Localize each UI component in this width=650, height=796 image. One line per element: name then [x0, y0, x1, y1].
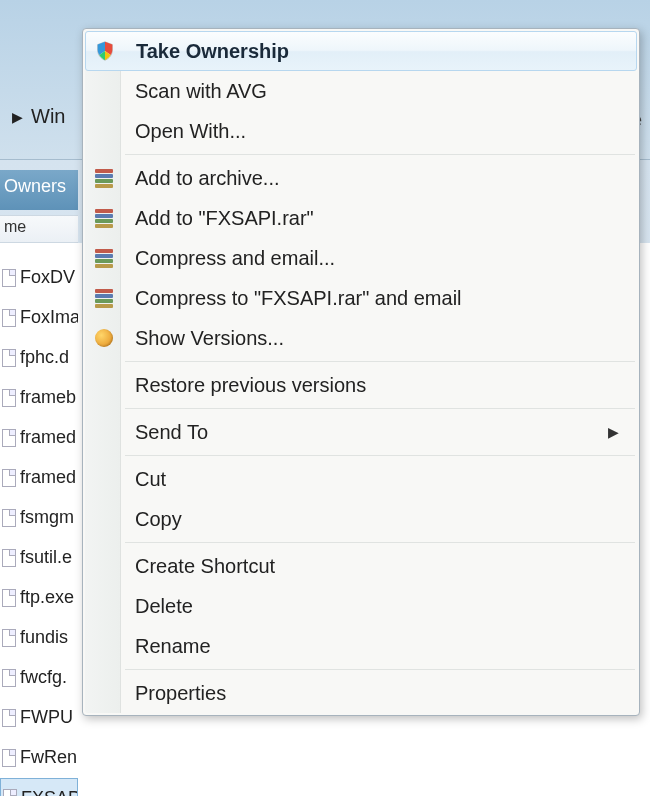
file-icon: [2, 469, 16, 487]
menu-item-label: Send To: [135, 421, 608, 444]
file-item[interactable]: fundis: [0, 618, 78, 658]
shield-icon: [94, 40, 116, 62]
file-name: fwcfg.: [20, 667, 67, 688]
menu-separator: [125, 361, 635, 362]
file-icon: [2, 709, 16, 727]
menu-item-restore-previous-versions[interactable]: Restore previous versions: [85, 365, 637, 405]
file-name: FoxDV: [20, 267, 75, 288]
menu-item-copy[interactable]: Copy: [85, 499, 637, 539]
file-icon: [2, 629, 16, 647]
menu-item-open-with[interactable]: Open With...: [85, 111, 637, 151]
menu-item-label: Open With...: [135, 120, 619, 143]
menu-item-rename[interactable]: Rename: [85, 626, 637, 666]
archive-icon: [93, 287, 115, 309]
file-icon: [2, 309, 16, 327]
file-item[interactable]: FoxDV: [0, 258, 78, 298]
file-name: FWPU: [20, 707, 73, 728]
versions-icon: [93, 327, 115, 349]
menu-item-label: Properties: [135, 682, 619, 705]
menu-separator: [125, 455, 635, 456]
submenu-arrow-icon: ▶: [608, 424, 619, 440]
file-name: fundis: [20, 627, 68, 648]
menu-item-label: Add to "FXSAPI.rar": [135, 207, 619, 230]
breadcrumb[interactable]: ▶ Win: [12, 105, 65, 128]
menu-item-compress-and-email[interactable]: Compress and email...: [85, 238, 637, 278]
menu-separator: [125, 542, 635, 543]
file-icon: [2, 669, 16, 687]
file-item[interactable]: fphc.d: [0, 338, 78, 378]
breadcrumb-arrow-icon: ▶: [12, 109, 23, 125]
menu-item-properties[interactable]: Properties: [85, 673, 637, 713]
file-icon: [3, 789, 17, 796]
file-item[interactable]: FwRen: [0, 738, 78, 778]
context-menu: Take OwnershipScan with AVGOpen With...A…: [82, 28, 640, 716]
menu-item-label: Add to archive...: [135, 167, 619, 190]
file-icon: [2, 389, 16, 407]
file-item[interactable]: frameb: [0, 378, 78, 418]
file-item[interactable]: framed: [0, 418, 78, 458]
file-item[interactable]: FWPU: [0, 698, 78, 738]
file-name: fsmgm: [20, 507, 74, 528]
file-item[interactable]: ftp.exe: [0, 578, 78, 618]
file-name: fphc.d: [20, 347, 69, 368]
menu-item-show-versions[interactable]: Show Versions...: [85, 318, 637, 358]
menu-item-label: Compress and email...: [135, 247, 619, 270]
file-item[interactable]: fsmgm: [0, 498, 78, 538]
file-icon: [2, 589, 16, 607]
menu-item-label: Scan with AVG: [135, 80, 619, 103]
file-name: FwRen: [20, 747, 77, 768]
menu-item-add-to-fxsapi-rar[interactable]: Add to "FXSAPI.rar": [85, 198, 637, 238]
menu-item-delete[interactable]: Delete: [85, 586, 637, 626]
menu-item-take-ownership[interactable]: Take Ownership: [85, 31, 637, 71]
breadcrumb-label: Win: [31, 105, 65, 128]
menu-item-label: Restore previous versions: [135, 374, 619, 397]
file-name: FoxIma: [20, 307, 78, 328]
menu-separator: [125, 669, 635, 670]
menu-item-compress-to-fxsapi-rar-and-email[interactable]: Compress to "FXSAPI.rar" and email: [85, 278, 637, 318]
archive-icon: [93, 207, 115, 229]
menu-item-cut[interactable]: Cut: [85, 459, 637, 499]
menu-item-send-to[interactable]: Send To▶: [85, 412, 637, 452]
file-name: frameb: [20, 387, 76, 408]
file-icon: [2, 429, 16, 447]
menu-item-add-to-archive[interactable]: Add to archive...: [85, 158, 637, 198]
menu-item-label: Copy: [135, 508, 619, 531]
column-header-name[interactable]: me: [0, 215, 78, 243]
file-list: FoxDVFoxImafphc.dframebframedframedfsmgm…: [0, 258, 78, 796]
file-name: FXSAPI: [21, 788, 78, 797]
file-item[interactable]: fsutil.e: [0, 538, 78, 578]
file-name: framed: [20, 467, 76, 488]
menu-separator: [125, 408, 635, 409]
archive-icon: [93, 167, 115, 189]
file-item[interactable]: FoxIma: [0, 298, 78, 338]
menu-item-label: Cut: [135, 468, 619, 491]
file-icon: [2, 549, 16, 567]
menu-separator: [125, 154, 635, 155]
file-icon: [2, 349, 16, 367]
menu-item-label: Create Shortcut: [135, 555, 619, 578]
file-item[interactable]: framed: [0, 458, 78, 498]
menu-item-create-shortcut[interactable]: Create Shortcut: [85, 546, 637, 586]
menu-item-label: Take Ownership: [136, 40, 618, 63]
menu-item-label: Compress to "FXSAPI.rar" and email: [135, 287, 619, 310]
file-name: ftp.exe: [20, 587, 74, 608]
file-name: fsutil.e: [20, 547, 72, 568]
archive-icon: [93, 247, 115, 269]
menu-item-label: Delete: [135, 595, 619, 618]
menu-item-label: Show Versions...: [135, 327, 619, 350]
menu-item-label: Rename: [135, 635, 619, 658]
file-icon: [2, 269, 16, 287]
menu-item-scan-with-avg[interactable]: Scan with AVG: [85, 71, 637, 111]
file-icon: [2, 509, 16, 527]
file-icon: [2, 749, 16, 767]
file-item[interactable]: FXSAPI: [0, 778, 78, 796]
file-name: framed: [20, 427, 76, 448]
toolbar-owners[interactable]: Owners: [0, 170, 78, 210]
file-item[interactable]: fwcfg.: [0, 658, 78, 698]
